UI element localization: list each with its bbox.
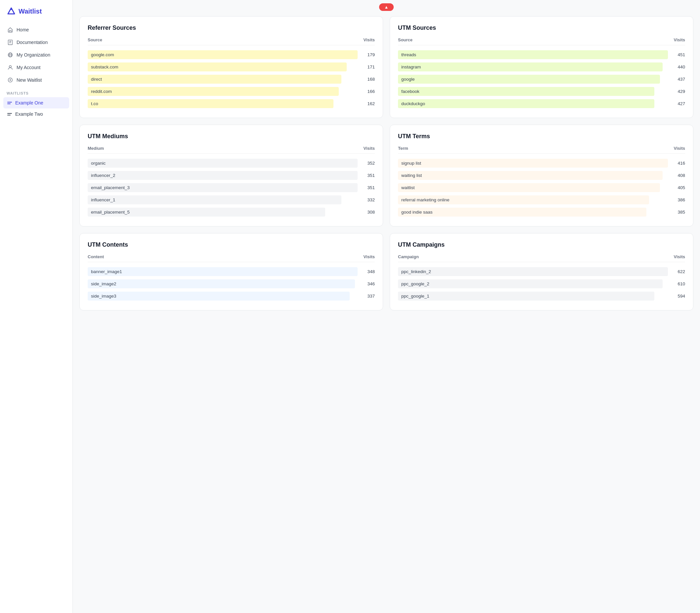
bar-cell: reddit.com <box>88 87 358 96</box>
bar: organic <box>88 159 358 168</box>
nav-my-organization[interactable]: My Organization <box>3 49 69 61</box>
bar: google.com <box>88 50 358 59</box>
bar: t.co <box>88 99 333 108</box>
svg-rect-2 <box>8 40 13 44</box>
bar-cell: instagram <box>398 63 668 71</box>
bar: direct <box>88 75 341 84</box>
visits-value: 352 <box>363 161 375 166</box>
table-row: instagram440 <box>398 61 685 73</box>
bar: duckduckgo <box>398 99 654 108</box>
referrer-rows: google.com179substack.com171direct168red… <box>88 49 375 110</box>
visits-value: 594 <box>673 294 685 299</box>
table-row: organic352 <box>88 157 375 169</box>
utm-mediums-header: Medium Visits <box>88 146 375 154</box>
utm-medium-col: Medium <box>88 146 104 151</box>
nav-my-account[interactable]: My Account <box>3 62 69 74</box>
bar: signup list <box>398 159 668 168</box>
table-row: influencer_1332 <box>88 194 375 206</box>
utm-source-visits-col: Visits <box>674 37 685 42</box>
visits-value: 405 <box>673 185 685 190</box>
nav-my-organization-label: My Organization <box>16 52 50 57</box>
utm-term-visits-col: Visits <box>674 146 685 151</box>
bar-cell: good indie saas <box>398 208 668 217</box>
utm-sources-header: Source Visits <box>398 37 685 45</box>
table-row: waitlist405 <box>398 182 685 194</box>
bar: ppc_linkedin_2 <box>398 267 668 276</box>
globe-icon <box>7 52 13 58</box>
visits-value: 610 <box>673 282 685 286</box>
visits-value: 351 <box>363 185 375 190</box>
table-row: t.co162 <box>88 97 375 110</box>
utm-content-col: Content <box>88 254 104 259</box>
utm-contents-title: UTM Contents <box>88 242 375 248</box>
bar: influencer_1 <box>88 195 341 204</box>
table-row: google.com179 <box>88 49 375 61</box>
bar: side_image3 <box>88 292 350 301</box>
home-icon <box>7 27 13 33</box>
nav-new-waitlist[interactable]: New Waitlist <box>3 74 69 86</box>
bar-cell: side_image2 <box>88 279 358 288</box>
table-row: google437 <box>398 73 685 85</box>
utm-campaign-visits-col: Visits <box>674 254 685 259</box>
visits-value: 385 <box>673 210 685 214</box>
utm-campaigns-title: UTM Campaigns <box>398 242 685 248</box>
visits-value: 622 <box>673 269 685 274</box>
bar: facebook <box>398 87 654 96</box>
waitlist-example-one-label: Example One <box>15 100 43 105</box>
referrer-visits-col: Visits <box>364 37 375 42</box>
bar-cell: email_placement_5 <box>88 208 358 217</box>
waitlist-example-two[interactable]: Example Two <box>3 108 69 120</box>
utm-content-visits-col: Visits <box>364 254 375 259</box>
plus-circle-icon <box>7 77 13 83</box>
visits-value: 416 <box>673 161 685 166</box>
table-row: referral marketing online386 <box>398 194 685 206</box>
visits-value: 386 <box>673 197 685 203</box>
bar-cell: influencer_1 <box>88 195 358 204</box>
referrer-source-col: Source <box>88 37 102 42</box>
bar-cell: side_image3 <box>88 292 358 301</box>
bar: reddit.com <box>88 87 339 96</box>
nav-documentation[interactable]: Documentation <box>3 36 69 48</box>
bar: email_placement_3 <box>88 183 358 192</box>
table-row: duckduckgo427 <box>398 97 685 110</box>
bar: threads <box>398 50 668 59</box>
visits-value: 168 <box>363 77 375 82</box>
bar-cell: direct <box>88 75 358 84</box>
table-row: threads451 <box>398 49 685 61</box>
bar-cell: waiting list <box>398 171 668 180</box>
nav-home[interactable]: Home <box>3 24 69 36</box>
visits-value: 332 <box>363 197 375 203</box>
table-row: side_image3337 <box>88 290 375 302</box>
utm-mediums-title: UTM Mediums <box>88 133 375 140</box>
bar: referral marketing online <box>398 195 649 204</box>
bar: waiting list <box>398 171 663 180</box>
waitlist-example-one[interactable]: Example One <box>3 97 69 108</box>
utm-terms-card: UTM Terms Term Visits signup list416wait… <box>390 125 693 226</box>
utm-medium-visits-col: Visits <box>364 146 375 151</box>
bar: good indie saas <box>398 208 646 217</box>
nav-new-waitlist-label: New Waitlist <box>16 77 42 83</box>
utm-term-col: Term <box>398 146 408 151</box>
referrer-sources-header: Source Visits <box>88 37 375 45</box>
row-3: UTM Contents Content Visits banner_image… <box>79 233 693 311</box>
table-row: email_placement_3351 <box>88 182 375 194</box>
bar: ppc_google_1 <box>398 292 654 301</box>
utm-source-rows: threads451instagram440google437facebook4… <box>398 49 685 110</box>
waitlists-section-label: WAITLISTS <box>0 86 73 97</box>
bar-cell: banner_image1 <box>88 267 358 276</box>
nav-home-label: Home <box>16 27 29 32</box>
bar: email_placement_5 <box>88 208 325 217</box>
svg-point-9 <box>9 65 11 67</box>
bar: substack.com <box>88 63 347 71</box>
utm-source-col: Source <box>398 37 412 42</box>
lines-icon-1 <box>7 102 12 104</box>
utm-medium-rows: organic352influencer_2351email_placement… <box>88 157 375 218</box>
bar-cell: google <box>398 75 668 84</box>
utm-sources-title: UTM Sources <box>398 25 685 31</box>
row-1: Referrer Sources Source Visits google.co… <box>79 16 693 118</box>
bar: influencer_2 <box>88 171 358 180</box>
visits-value: 451 <box>673 52 685 57</box>
bar-cell: ppc_linkedin_2 <box>398 267 668 276</box>
table-row: signup list416 <box>398 157 685 169</box>
utm-mediums-card: UTM Mediums Medium Visits organic352infl… <box>79 125 383 226</box>
